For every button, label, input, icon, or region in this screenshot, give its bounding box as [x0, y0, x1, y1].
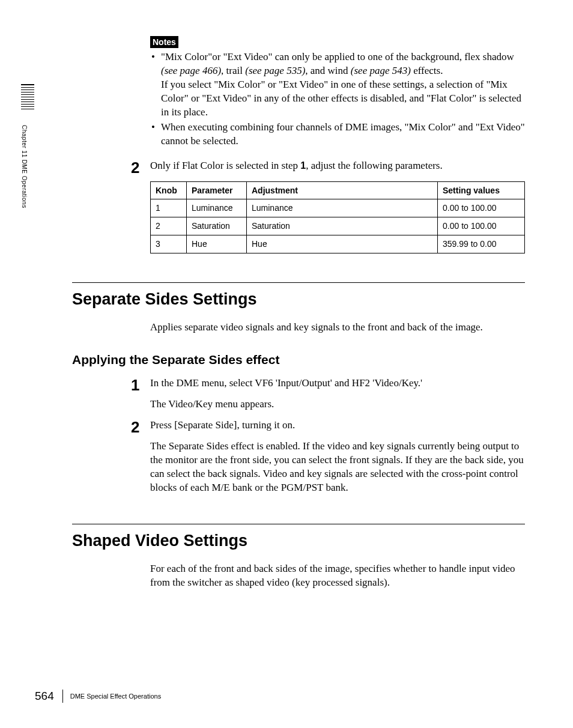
sidebar-chapter-label: Chapter 11 DME Operations — [21, 125, 28, 208]
section-shaped-video: Shaped Video Settings For each of the fr… — [72, 524, 525, 590]
section-intro: For each of the front and back sides of … — [150, 562, 525, 590]
section-heading: Shaped Video Settings — [72, 532, 525, 550]
th-setting: Setting values — [438, 181, 525, 199]
section-intro: Applies separate video signals and key s… — [150, 321, 525, 335]
footer-section-title: DME Special Effect Operations — [70, 693, 161, 700]
step-row: 2 Press [Separate Side], turning it on. … — [131, 419, 525, 495]
notes-item: When executing combining four channels o… — [150, 121, 525, 148]
page-number: 564 — [35, 690, 54, 703]
notes-text: "Mix Color"or "Ext Video" can only be ap… — [161, 51, 514, 62]
page-ref: (see page 535) — [245, 65, 305, 76]
notes-item: "Mix Color"or "Ext Video" can only be ap… — [150, 50, 525, 120]
page-footer: 564 DME Special Effect Operations — [35, 690, 161, 703]
page-ref: (see page 466) — [161, 65, 221, 76]
td: 0.00 to 100.00 — [438, 199, 525, 217]
td: 1 — [151, 199, 187, 217]
notes-text: When executing combining four channels o… — [161, 121, 525, 147]
step-result: The Separate Sides effect is enabled. If… — [150, 440, 525, 495]
th-knob: Knob — [151, 181, 187, 199]
td: Luminance — [247, 199, 438, 217]
step-number: 1 — [131, 377, 150, 394]
section-separate-sides: Separate Sides Settings Applies separate… — [72, 282, 525, 495]
step-result: The Video/Key menu appears. — [150, 398, 525, 411]
step-row: 1 In the DME menu, select VF6 'Input/Out… — [131, 377, 525, 411]
step-number: 2 — [131, 159, 150, 177]
table-row: 2 Saturation Saturation 0.00 to 100.00 — [151, 217, 525, 235]
notes-text: , trail — [221, 65, 245, 76]
parameter-table: Knob Parameter Adjustment Setting values… — [150, 181, 525, 254]
step-text: Press [Separate Side], turning it on. — [150, 419, 295, 431]
notes-label: Notes — [150, 36, 178, 48]
table-row: 3 Hue Hue 359.99 to 0.00 — [151, 235, 525, 253]
td: Saturation — [247, 217, 438, 235]
page-ref: (see page 543) — [351, 65, 411, 76]
footer-divider — [62, 690, 63, 703]
td: 359.99 to 0.00 — [438, 235, 525, 253]
step-text: In the DME menu, select VF6 'Input/Outpu… — [150, 377, 422, 389]
td: Hue — [247, 235, 438, 253]
td: Luminance — [187, 199, 247, 217]
section-heading: Separate Sides Settings — [72, 290, 525, 309]
notes-text: , and wind — [305, 65, 351, 76]
step-number: 2 — [131, 419, 150, 436]
notes-continuation: If you select "Mix Color" or "Ext Video"… — [161, 79, 521, 118]
section-subheading: Applying the Separate Sides effect — [72, 351, 525, 368]
section-rule — [72, 282, 525, 283]
th-adjustment: Adjustment — [247, 181, 438, 199]
td: 2 — [151, 217, 187, 235]
sidebar-decoration — [21, 84, 34, 120]
td: Saturation — [187, 217, 247, 235]
step-text-post: , adjust the following parameters. — [306, 160, 443, 171]
step-row: 2 Only if Flat Color is selected in step… — [131, 159, 525, 254]
step-text-pre: Only if Flat Color is selected in step — [150, 160, 300, 171]
th-parameter: Parameter — [187, 181, 247, 199]
section-rule — [72, 524, 525, 524]
sidebar-tab: Chapter 11 DME Operations — [21, 84, 34, 276]
td: Hue — [187, 235, 247, 253]
td: 3 — [151, 235, 187, 253]
step-ref-bold: 1 — [300, 160, 306, 171]
notes-text: effects. — [411, 65, 443, 76]
td: 0.00 to 100.00 — [438, 217, 525, 235]
table-header-row: Knob Parameter Adjustment Setting values — [151, 181, 525, 199]
notes-list: "Mix Color"or "Ext Video" can only be ap… — [150, 50, 525, 148]
table-row: 1 Luminance Luminance 0.00 to 100.00 — [151, 199, 525, 217]
